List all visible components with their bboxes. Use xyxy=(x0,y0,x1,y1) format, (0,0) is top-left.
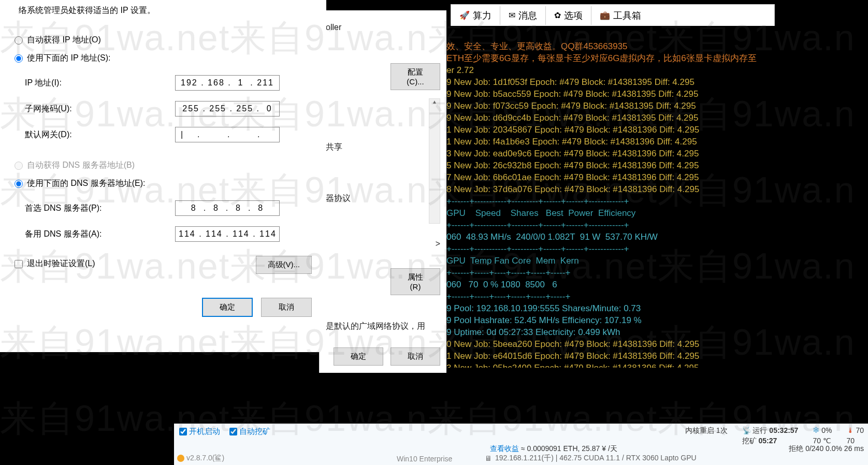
ip-address-field[interactable] xyxy=(175,75,280,91)
config-button[interactable]: 配置(C)... xyxy=(390,63,440,90)
miner-status-bar: 开机启动 自动挖矿 内核重启 1次 📡 运行 05:32:57 挖矿 05:27… xyxy=(174,424,868,465)
startup-checkbox[interactable]: 开机启动 xyxy=(179,427,220,437)
network-adapter-dialog: oller 配置(C)... 共享 器协议 ▲ > 属性(R) 是默认的广域网络… xyxy=(319,10,446,373)
rocket-icon: 🚀 xyxy=(459,10,470,20)
profit-eth: ≈ 0.0009091 ETH, xyxy=(521,444,580,453)
reject-label: 拒绝 xyxy=(789,444,803,453)
monitor-icon: 🖥 xyxy=(485,454,492,462)
gpu-info: 🖥192.168.1.211(千) | 462.75 CUDA 11.1 / R… xyxy=(485,454,697,463)
mail-icon: ✉ xyxy=(509,10,515,20)
radio-manual-ip-label: 使用下面的 IP 地址(S): xyxy=(27,53,111,64)
tab-hashrate-label: 算力 xyxy=(473,9,491,22)
gear-icon: ✿ xyxy=(554,10,561,20)
radio-manual-ip[interactable]: 使用下面的 IP 地址(S): xyxy=(15,53,312,64)
automine-checkbox[interactable]: 自动挖矿 xyxy=(229,427,270,437)
os-label: Win10 Enterprise xyxy=(397,455,452,463)
reject-value: 0/240 0.0% 26 ms xyxy=(805,444,864,453)
fan-temp-block: ❄ 0% 70 ℃ xyxy=(813,426,832,445)
tab-options-label: 选项 xyxy=(564,9,583,22)
gateway-label: 默认网关(D): xyxy=(25,129,175,140)
radio-auto-dns-input xyxy=(15,162,23,170)
radio-auto-dns: 自动获得 DNS 服务器地址(B) xyxy=(15,160,312,171)
dns2-label: 备用 DNS 服务器(A): xyxy=(25,229,175,240)
radio-manual-ip-input[interactable] xyxy=(15,54,23,63)
ip-cancel-button[interactable]: 取消 xyxy=(261,298,312,317)
scrollbar[interactable]: ▲ xyxy=(429,98,440,224)
dns1-field[interactable] xyxy=(175,200,280,216)
dns2-field[interactable] xyxy=(175,226,280,242)
properties-button[interactable]: 属性(R) xyxy=(390,268,440,295)
briefcase-icon: 💼 xyxy=(600,10,610,20)
net-ok-button[interactable]: 确定 xyxy=(334,347,383,366)
dns1-label: 首选 DNS 服务器(P): xyxy=(25,203,175,214)
subnet-mask-field[interactable] xyxy=(175,101,280,117)
radio-auto-dns-label: 自动获得 DNS 服务器地址(B) xyxy=(27,160,135,171)
tab-toolbox[interactable]: 💼工具箱 xyxy=(591,9,649,22)
temps-block: 🌡 70 70 xyxy=(847,426,864,445)
profit-link[interactable]: 查看收益 xyxy=(490,444,519,453)
ip-ok-button[interactable]: 确定 xyxy=(202,298,253,317)
radio-auto-ip[interactable]: 自动获得 IP 地址(O) xyxy=(15,35,312,46)
radio-auto-ip-input[interactable] xyxy=(15,36,23,45)
adapter-name-partial: oller xyxy=(326,23,440,32)
gateway-field[interactable] xyxy=(175,127,280,142)
ipv4-properties-dialog: 络系统管理员处获得适当的 IP 设置。 自动获得 IP 地址(O) 使用下面的 … xyxy=(0,0,326,352)
protocol-desc: 是默认的广域网络协议，用 xyxy=(326,321,440,332)
tab-toolbox-label: 工具箱 xyxy=(613,9,641,22)
fan-icon: ❄ xyxy=(813,426,819,434)
advanced-button[interactable]: 高级(V)... xyxy=(256,256,312,274)
radio-auto-ip-label: 自动获得 IP 地址(O) xyxy=(27,35,101,46)
tab-options[interactable]: ✿选项 xyxy=(546,9,591,22)
net-item-share[interactable]: 共享 xyxy=(326,142,440,153)
version-label: v2.8.7.0(鲨) xyxy=(177,454,224,463)
net-cancel-button[interactable]: 取消 xyxy=(390,347,440,366)
tab-messages-label: 消息 xyxy=(518,9,537,22)
kernel-restart: 内核重启 1次 xyxy=(685,426,728,435)
radio-manual-dns-label: 使用下面的 DNS 服务器地址(E): xyxy=(27,178,145,189)
ip-address-label: IP 地址(I): xyxy=(25,78,175,89)
net-item-protocol[interactable]: 器协议 xyxy=(326,193,440,204)
thermometer-icon: 🌡 xyxy=(847,426,854,434)
tab-messages[interactable]: ✉消息 xyxy=(500,9,545,22)
radio-manual-dns[interactable]: 使用下面的 DNS 服务器地址(E): xyxy=(15,178,312,189)
miner-tabs: 🚀算力 ✉消息 ✿选项 💼工具箱 xyxy=(451,4,775,26)
ip-desc: 络系统管理员处获得适当的 IP 设置。 xyxy=(15,5,312,16)
status-dot-icon xyxy=(177,455,184,462)
subnet-mask-label: 子网掩码(U): xyxy=(25,104,175,114)
profit-cny: 25.87 ¥ /天 xyxy=(582,444,617,453)
tab-hashrate[interactable]: 🚀算力 xyxy=(451,9,500,22)
miner-console: 效、安全、专业、更高收益。QQ群453663935 ETH至少需要6G显存，每张… xyxy=(446,26,868,368)
runtime-icon: 📡 xyxy=(742,426,751,434)
runtime-block: 📡 运行 05:32:57 挖矿 05:27 xyxy=(742,426,799,445)
radio-manual-dns-input[interactable] xyxy=(15,180,23,188)
